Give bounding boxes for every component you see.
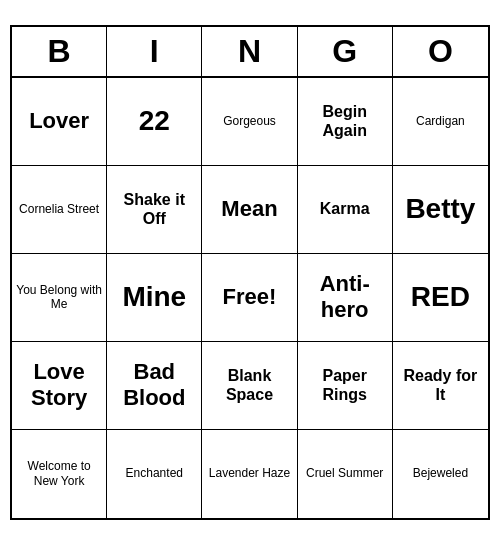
bingo-cell: Cardigan (393, 78, 488, 166)
bingo-cell: Love Story (12, 342, 107, 430)
header-letter: O (393, 27, 488, 76)
header-letter: G (298, 27, 393, 76)
bingo-card: BINGO Lover22GorgeousBegin AgainCardigan… (10, 25, 490, 520)
bingo-cell: Bejeweled (393, 430, 488, 518)
bingo-cell: 22 (107, 78, 202, 166)
bingo-cell: Enchanted (107, 430, 202, 518)
bingo-cell: You Belong with Me (12, 254, 107, 342)
bingo-cell: Lavender Haze (202, 430, 297, 518)
bingo-cell: Paper Rings (298, 342, 393, 430)
bingo-cell: Cruel Summer (298, 430, 393, 518)
bingo-cell: Karma (298, 166, 393, 254)
bingo-cell: Bad Blood (107, 342, 202, 430)
bingo-cell: Gorgeous (202, 78, 297, 166)
bingo-grid: Lover22GorgeousBegin AgainCardiganCornel… (12, 78, 488, 518)
bingo-cell: Welcome to New York (12, 430, 107, 518)
bingo-cell: RED (393, 254, 488, 342)
bingo-cell: Shake it Off (107, 166, 202, 254)
bingo-cell: Blank Space (202, 342, 297, 430)
header-letter: I (107, 27, 202, 76)
bingo-header: BINGO (12, 27, 488, 78)
bingo-cell: Free! (202, 254, 297, 342)
header-letter: N (202, 27, 297, 76)
bingo-cell: Ready for It (393, 342, 488, 430)
bingo-cell: Anti-hero (298, 254, 393, 342)
bingo-cell: Begin Again (298, 78, 393, 166)
bingo-cell: Mean (202, 166, 297, 254)
bingo-cell: Cornelia Street (12, 166, 107, 254)
header-letter: B (12, 27, 107, 76)
bingo-cell: Betty (393, 166, 488, 254)
bingo-cell: Mine (107, 254, 202, 342)
bingo-cell: Lover (12, 78, 107, 166)
